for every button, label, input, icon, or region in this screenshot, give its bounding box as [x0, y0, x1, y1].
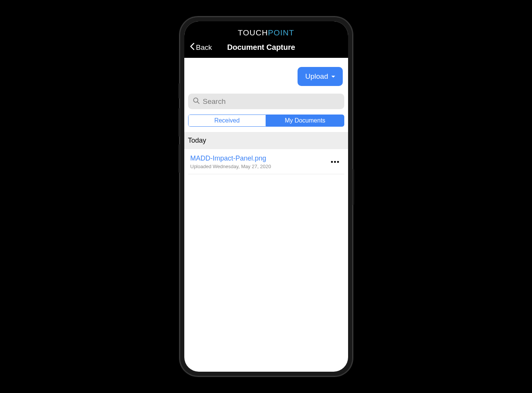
caret-down-icon [331, 76, 335, 78]
svg-line-1 [197, 102, 199, 103]
dots-icon [331, 161, 333, 163]
phone-volume-down [178, 144, 180, 173]
document-item[interactable]: MADD-Impact-Panel.png Uploaded Wednesday… [188, 149, 344, 174]
app-header: TOUCHPOINT Back Document Capture [184, 21, 348, 58]
phone-volume-up [178, 108, 180, 137]
document-name: MADD-Impact-Panel.png [190, 154, 271, 162]
phone-frame: TOUCHPOINT Back Document Capture [180, 17, 353, 376]
svg-point-0 [193, 98, 198, 102]
tab-row: Received My Documents [188, 115, 344, 127]
upload-button[interactable]: Upload [298, 67, 342, 86]
chevron-left-icon [190, 43, 195, 52]
phone-power-button [353, 169, 354, 205]
content-area: Upload Search Received My Documents [184, 58, 348, 174]
document-info: MADD-Impact-Panel.png Uploaded Wednesday… [190, 154, 271, 169]
back-button[interactable]: Back [190, 43, 212, 52]
search-placeholder: Search [203, 97, 226, 106]
phone-side-button [178, 83, 180, 99]
logo-part-2: POINT [268, 28, 294, 37]
page-title: Document Capture [227, 43, 295, 52]
tab-received[interactable]: Received [188, 115, 266, 127]
dots-icon [337, 161, 339, 163]
back-label: Back [196, 43, 212, 52]
phone-screen: TOUCHPOINT Back Document Capture [184, 21, 348, 372]
nav-row: Back Document Capture [184, 43, 348, 54]
app-logo: TOUCHPOINT [184, 28, 348, 43]
upload-label: Upload [305, 72, 328, 81]
document-meta: Uploaded Wednesday, May 27, 2020 [190, 164, 271, 169]
logo-part-1: TOUCH [238, 28, 268, 37]
tab-my-documents[interactable]: My Documents [266, 115, 344, 127]
search-icon [193, 97, 200, 106]
more-options-button[interactable] [328, 158, 342, 166]
upload-row: Upload [188, 67, 344, 94]
section-header-today: Today [184, 132, 348, 149]
search-input[interactable]: Search [188, 94, 344, 109]
dots-icon [334, 161, 336, 163]
